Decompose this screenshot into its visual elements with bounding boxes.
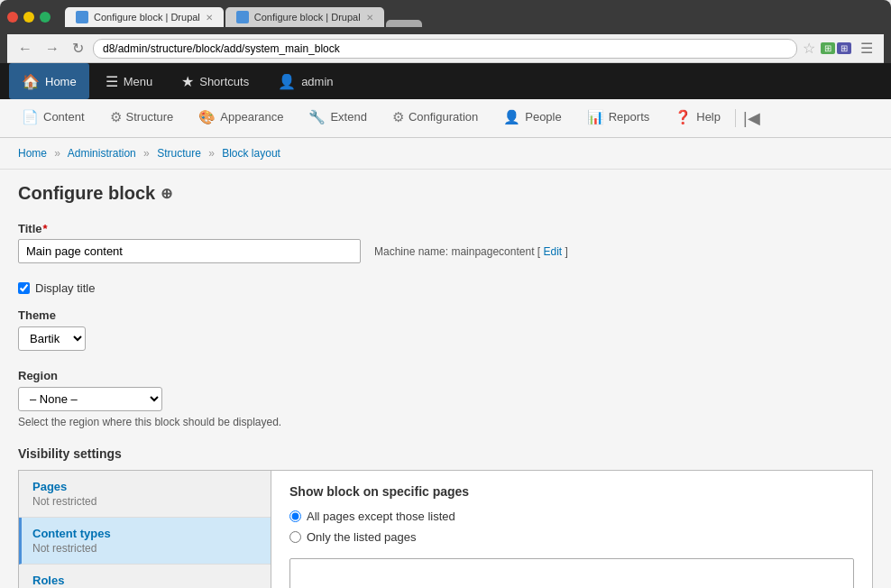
close-dot[interactable] [7, 12, 18, 23]
toolbar-menu-label: Menu [124, 75, 153, 88]
visibility-item-roles[interactable]: Roles Not restricted [19, 565, 271, 588]
browser-tab-1[interactable]: Configure block | Drupal ✕ [65, 7, 224, 27]
nav-label-people: People [525, 110, 561, 124]
content-types-item-subtitle: Not restricted [32, 542, 257, 555]
plus-icon[interactable]: ⊕ [161, 185, 172, 202]
people-nav-icon: 👤 [503, 109, 520, 125]
nav-item-configuration[interactable]: ⚙ Configuration [380, 100, 491, 137]
toolbar-home-label: Home [45, 75, 77, 88]
breadcrumb-administration[interactable]: Administration [68, 147, 136, 160]
visibility-sidebar: Pages Not restricted Content types Not r… [19, 471, 271, 588]
region-label: Region [18, 369, 873, 382]
nav-label-help: Help [696, 110, 721, 124]
radio-only-listed: Only the listed pages [289, 530, 854, 544]
theme-select[interactable]: Bartik Seven Stark [18, 326, 86, 351]
pages-item-title: Pages [32, 480, 257, 493]
nav-item-extend[interactable]: 🔧 Extend [296, 100, 379, 137]
nav-label-configuration: Configuration [409, 110, 478, 124]
radio-only-listed-input[interactable] [289, 531, 301, 543]
nav-item-help[interactable]: ❓ Help [662, 100, 733, 137]
title-section: Title Machine name: mainpagecontent [ Ed… [18, 222, 873, 263]
display-title-row: Display title [18, 281, 873, 295]
breadcrumb: Home » Administration » Structure » Bloc… [0, 138, 891, 170]
bookmark-button[interactable]: ☆ [803, 40, 815, 57]
tab-favicon-1 [76, 11, 88, 23]
radio-all-except: All pages except those listed [289, 510, 854, 523]
new-tab-button[interactable] [386, 20, 422, 27]
maximize-dot[interactable] [40, 12, 51, 23]
reports-nav-icon: 📊 [587, 109, 604, 125]
pages-textarea[interactable] [289, 558, 854, 588]
title-row: Machine name: mainpagecontent [ Edit ] [18, 239, 873, 263]
tab-close-1[interactable]: ✕ [206, 13, 213, 23]
forward-button[interactable]: → [41, 39, 63, 59]
content-nav-icon: 📄 [22, 109, 39, 125]
page-title: Configure block ⊕ [18, 183, 873, 204]
toolbar-admin[interactable]: 👤 admin [265, 63, 345, 99]
menu-icon: ☰ [106, 73, 118, 90]
browser-tabs: Configure block | Drupal ✕ Configure blo… [65, 7, 422, 27]
ext-icon-1: ⊞ [821, 42, 835, 54]
breadcrumb-sep-3: » [208, 147, 215, 160]
machine-name-bracket-close: ] [565, 245, 568, 258]
radio-all-except-label: All pages except those listed [307, 510, 455, 523]
nav-label-structure: Structure [126, 110, 174, 124]
visibility-content-panel: Show block on specific pages All pages e… [271, 471, 872, 588]
breadcrumb-sep-2: » [143, 147, 150, 160]
region-hint: Select the region where this block shoul… [18, 416, 873, 428]
nav-item-reports[interactable]: 📊 Reports [574, 100, 663, 137]
roles-item-title: Roles [32, 574, 257, 587]
nav-item-content[interactable]: 📄 Content [9, 100, 97, 137]
toolbar-shortcuts-label: Shortcuts [199, 75, 249, 88]
back-button[interactable]: ← [14, 39, 36, 59]
nav-item-people[interactable]: 👤 People [491, 100, 574, 137]
menu-button[interactable]: ☰ [857, 38, 877, 59]
tab-label-1: Configure block | Drupal [94, 12, 200, 23]
structure-nav-icon: ⚙ [110, 109, 122, 125]
tab-close-2[interactable]: ✕ [366, 13, 373, 23]
nav-bar: 📄 Content ⚙ Structure 🎨 Appearance 🔧 Ext… [0, 99, 891, 138]
radio-all-except-input[interactable] [289, 510, 301, 522]
breadcrumb-sep-1: » [54, 147, 60, 160]
machine-name-bracket-open: [ [537, 245, 540, 258]
breadcrumb-block-layout[interactable]: Block layout [222, 147, 280, 160]
nav-item-structure[interactable]: ⚙ Structure [97, 100, 187, 137]
title-label: Title [18, 222, 873, 235]
visibility-container: Pages Not restricted Content types Not r… [18, 470, 873, 588]
browser-titlebar: Configure block | Drupal ✕ Configure blo… [7, 7, 884, 27]
theme-section: Theme Bartik Seven Stark [18, 308, 873, 351]
minimize-dot[interactable] [23, 12, 34, 23]
tab-favicon-2 [236, 11, 249, 23]
toolbar-shortcuts[interactable]: ★ Shortcuts [169, 63, 262, 99]
region-select[interactable]: – None – Header Primary Menu Content Foo… [18, 387, 162, 411]
title-input[interactable] [18, 239, 361, 263]
breadcrumb-home[interactable]: Home [18, 147, 47, 160]
toolbar-home[interactable]: 🏠 Home [9, 63, 89, 99]
address-input[interactable] [93, 39, 797, 59]
nav-item-appearance[interactable]: 🎨 Appearance [186, 100, 296, 137]
tab-label-2: Configure block | Drupal [254, 12, 361, 23]
refresh-button[interactable]: ↻ [69, 38, 87, 59]
machine-name-edit-link[interactable]: Edit [544, 245, 563, 258]
nav-label-reports: Reports [609, 110, 650, 124]
address-bar: ← → ↻ ☆ ⊞ ⊞ ☰ [7, 34, 884, 63]
configuration-nav-icon: ⚙ [392, 109, 404, 125]
ext-icon-2: ⊞ [837, 42, 851, 54]
breadcrumb-structure[interactable]: Structure [157, 147, 201, 160]
theme-label: Theme [18, 308, 873, 322]
machine-name-prefix: Machine name: [374, 245, 451, 258]
nav-more-button[interactable]: |◀ [738, 99, 766, 137]
nav-divider [735, 109, 736, 127]
nav-label-appearance: Appearance [220, 110, 283, 124]
nav-label-content: Content [43, 110, 85, 124]
toolbar-menu[interactable]: ☰ Menu [93, 63, 166, 99]
extend-nav-icon: 🔧 [308, 109, 326, 125]
visibility-item-content-types[interactable]: Content types Not restricted [19, 518, 271, 565]
machine-name-display: Machine name: mainpagecontent [ Edit ] [374, 245, 568, 258]
visibility-item-pages[interactable]: Pages Not restricted [19, 471, 271, 518]
browser-tab-2[interactable]: Configure block | Drupal ✕ [225, 7, 384, 27]
extension-icons: ⊞ ⊞ [821, 42, 851, 54]
home-icon: 🏠 [22, 73, 40, 90]
display-title-checkbox[interactable] [18, 282, 30, 294]
browser-chrome: Configure block | Drupal ✕ Configure blo… [0, 0, 891, 63]
